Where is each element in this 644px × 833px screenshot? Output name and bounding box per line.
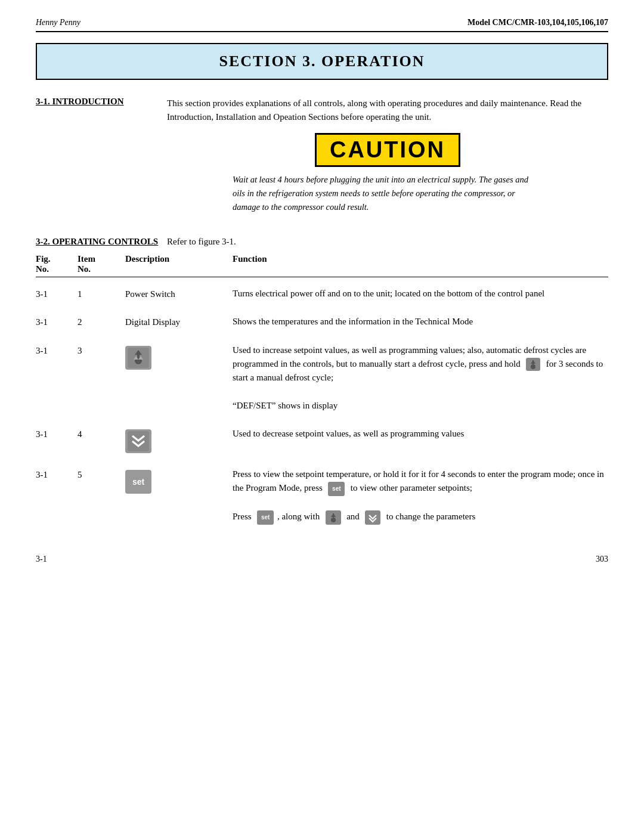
header-model: Model CMC/CMR-103,104,105,106,107 — [467, 18, 608, 27]
col-header-item: ItemNo. — [78, 254, 125, 274]
page-header: Henny Penny Model CMC/CMR-103,104,105,10… — [36, 18, 608, 32]
down-icon-inline-svg — [367, 512, 379, 523]
up-icon-2-svg — [327, 512, 339, 523]
up-icon-inline — [526, 358, 540, 371]
cell-func-5: Press to view the setpoint temperature, … — [233, 467, 608, 525]
cell-func-2: Shows the temperatures and the informati… — [233, 315, 608, 329]
section-title: SECTION 3. OPERATION — [49, 52, 595, 70]
intro-label: 3-1. INTRODUCTION — [36, 97, 161, 107]
section-title-box: SECTION 3. OPERATION — [36, 43, 608, 80]
up-button-icon — [125, 346, 151, 370]
cell-item-1: 1 — [78, 287, 125, 299]
table-header-row: Fig.No. ItemNo. Description Function — [36, 254, 608, 277]
intro-section: 3-1. INTRODUCTION This section provides … — [36, 97, 608, 222]
down-icon-inline — [365, 510, 380, 525]
cell-fig-4: 3-1 — [36, 427, 78, 439]
up-icon-svg — [128, 348, 149, 368]
intro-right-col: This section provides explanations of al… — [167, 97, 608, 222]
cell-desc-2: Digital Display — [125, 315, 233, 327]
cell-item-2: 2 — [78, 315, 125, 327]
caution-box: CAUTION Wait at least 4 hours before plu… — [167, 133, 608, 215]
up-icon-inline-2 — [326, 510, 341, 525]
caution-text: Wait at least 4 hours before plugging th… — [233, 173, 543, 215]
table-row: 3-1 5 set Press to view the setpoint tem… — [36, 460, 608, 532]
cell-fig-3: 3-1 — [36, 343, 78, 356]
header-company: Henny Penny — [36, 18, 80, 27]
op-controls-row: 3-2. OPERATING CONTROLS Refer to figure … — [36, 237, 608, 247]
cell-desc-4 — [125, 427, 233, 453]
cell-item-3: 3 — [78, 343, 125, 356]
down-button-icon — [125, 429, 151, 453]
up-icon-inline-svg — [527, 359, 539, 370]
cell-desc-5: set — [125, 467, 233, 494]
col-header-desc: Description — [125, 254, 233, 274]
table-row: 3-1 1 Power Switch Turns electrical powe… — [36, 280, 608, 308]
controls-table: Fig.No. ItemNo. Description Function 3-1… — [36, 254, 608, 532]
cell-fig-5: 3-1 — [36, 467, 78, 480]
cell-func-3: Used to increase setpoint values, as wel… — [233, 343, 608, 413]
svg-marker-8 — [531, 360, 535, 364]
intro-text: This section provides explanations of al… — [167, 97, 608, 125]
table-row: 3-1 4 Used to decrease setpoint values, … — [36, 420, 608, 460]
cell-fig-2: 3-1 — [36, 315, 78, 327]
cell-func-4: Used to decrease setpoint values, as wel… — [233, 427, 608, 441]
intro-left-col: 3-1. INTRODUCTION — [36, 97, 167, 222]
cell-desc-1: Power Switch — [125, 287, 233, 299]
set-icon-inline-1: set — [328, 482, 345, 496]
footer-doc-num: 303 — [596, 555, 608, 564]
down-icon-svg — [128, 431, 149, 451]
cell-desc-3 — [125, 343, 233, 370]
footer-page-num: 3-1 — [36, 555, 47, 564]
col-header-func: Function — [233, 254, 608, 274]
op-controls-ref: Refer to figure 3-1. — [167, 237, 236, 247]
cell-item-5: 5 — [78, 467, 125, 480]
op-controls-label: 3-2. OPERATING CONTROLS — [36, 237, 167, 247]
svg-marker-12 — [331, 513, 336, 517]
table-row: 3-1 2 Digital Display Shows the temperat… — [36, 308, 608, 336]
caution-label: CAUTION — [315, 133, 460, 167]
cell-fig-1: 3-1 — [36, 287, 78, 299]
set-icon-inline-2: set — [257, 510, 274, 525]
cell-func-1: Turns electrical power off and on to the… — [233, 287, 608, 301]
table-row: 3-1 3 Used t — [36, 336, 608, 420]
page: Henny Penny Model CMC/CMR-103,104,105,10… — [0, 0, 644, 833]
cell-item-4: 4 — [78, 427, 125, 439]
page-footer: 3-1 303 — [36, 550, 608, 564]
col-header-fig: Fig.No. — [36, 254, 78, 274]
set-button-icon: set — [125, 470, 151, 494]
